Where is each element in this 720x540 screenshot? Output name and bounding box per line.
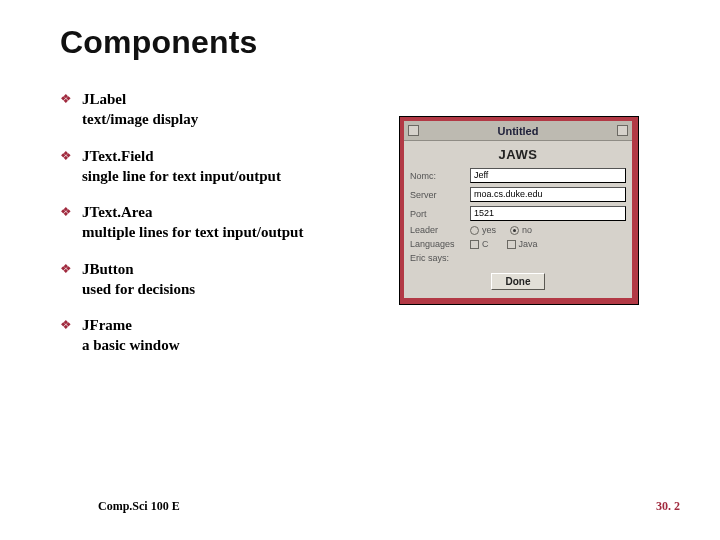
languages-label: Languages: [410, 239, 470, 249]
bullet-desc: text/image display: [82, 111, 198, 127]
bullet-term: JText.Area: [82, 204, 152, 220]
bullet-list: ❖ JLabel text/image display ❖ JText.Fiel…: [60, 89, 370, 372]
bullet-desc: a basic window: [82, 337, 180, 353]
checkbox-java[interactable]: Java: [507, 239, 538, 249]
form-row-languages: Languages C Java: [410, 239, 626, 249]
radio-no-label: no: [522, 225, 532, 235]
content-row: ❖ JLabel text/image display ❖ JText.Fiel…: [60, 89, 720, 372]
window-body: JAWS Nomc: Jeff Server moa.cs.duke.edu P…: [404, 141, 632, 298]
bullet-text: JLabel text/image display: [82, 89, 198, 130]
jframe-window: Untitled JAWS Nomc: Jeff Server moa.cs.d…: [400, 117, 638, 304]
footer-page-number: 30. 2: [656, 499, 680, 514]
list-item: ❖ JFrame a basic window: [60, 315, 370, 356]
bullet-term: JLabel: [82, 91, 126, 107]
port-input[interactable]: 1521: [470, 206, 626, 221]
bullet-text: JText.Area multiple lines for text input…: [82, 202, 303, 243]
diamond-bullet-icon: ❖: [60, 315, 82, 335]
diamond-bullet-icon: ❖: [60, 202, 82, 222]
name-input[interactable]: Jeff: [470, 168, 626, 183]
form-row-says: Eric says:: [410, 253, 626, 263]
server-input[interactable]: moa.cs.duke.edu: [470, 187, 626, 202]
list-item: ❖ JText.Field single line for text input…: [60, 146, 370, 187]
port-label: Port: [410, 209, 470, 219]
leader-label: Leader: [410, 225, 470, 235]
bullet-desc: used for decisions: [82, 281, 195, 297]
radio-icon: [510, 226, 519, 235]
slide-title: Components: [60, 24, 720, 61]
button-row: Done: [410, 273, 626, 290]
bullet-desc: multiple lines for text input/output: [82, 224, 303, 240]
radio-yes-label: yes: [482, 225, 496, 235]
says-label: Eric says:: [410, 253, 490, 263]
list-item: ❖ JButton used for decisions: [60, 259, 370, 300]
window-title: Untitled: [419, 125, 617, 137]
form-row-name: Nomc: Jeff: [410, 168, 626, 183]
form-row-port: Port 1521: [410, 206, 626, 221]
name-label: Nomc:: [410, 171, 470, 181]
bullet-text: JButton used for decisions: [82, 259, 195, 300]
checkbox-c-label: C: [482, 239, 489, 249]
languages-checkbox-group: C Java: [470, 239, 538, 249]
radio-no[interactable]: no: [510, 225, 532, 235]
bullet-term: JFrame: [82, 317, 132, 333]
bullet-desc: single line for text input/output: [82, 168, 281, 184]
list-item: ❖ JLabel text/image display: [60, 89, 370, 130]
checkbox-icon: [507, 240, 516, 249]
window-control-icon: [408, 125, 419, 136]
bullet-term: JButton: [82, 261, 134, 277]
done-button[interactable]: Done: [491, 273, 545, 290]
checkbox-java-label: Java: [519, 239, 538, 249]
radio-icon: [470, 226, 479, 235]
example-window-figure: Untitled JAWS Nomc: Jeff Server moa.cs.d…: [400, 117, 638, 304]
window-titlebar: Untitled: [404, 121, 632, 141]
diamond-bullet-icon: ❖: [60, 146, 82, 166]
slide-footer: Comp.Sci 100 E 30. 2: [98, 499, 680, 514]
slide: Components ❖ JLabel text/image display ❖…: [0, 0, 720, 540]
bullet-text: JFrame a basic window: [82, 315, 180, 356]
window-control-icon: [617, 125, 628, 136]
footer-course: Comp.Sci 100 E: [98, 499, 180, 514]
window-heading: JAWS: [410, 147, 626, 162]
radio-yes[interactable]: yes: [470, 225, 496, 235]
diamond-bullet-icon: ❖: [60, 89, 82, 109]
form-row-server: Server moa.cs.duke.edu: [410, 187, 626, 202]
form-row-leader: Leader yes no: [410, 225, 626, 235]
server-label: Server: [410, 190, 470, 200]
bullet-text: JText.Field single line for text input/o…: [82, 146, 281, 187]
bullet-term: JText.Field: [82, 148, 154, 164]
diamond-bullet-icon: ❖: [60, 259, 82, 279]
checkbox-c[interactable]: C: [470, 239, 489, 249]
checkbox-icon: [470, 240, 479, 249]
leader-radio-group: yes no: [470, 225, 532, 235]
list-item: ❖ JText.Area multiple lines for text inp…: [60, 202, 370, 243]
